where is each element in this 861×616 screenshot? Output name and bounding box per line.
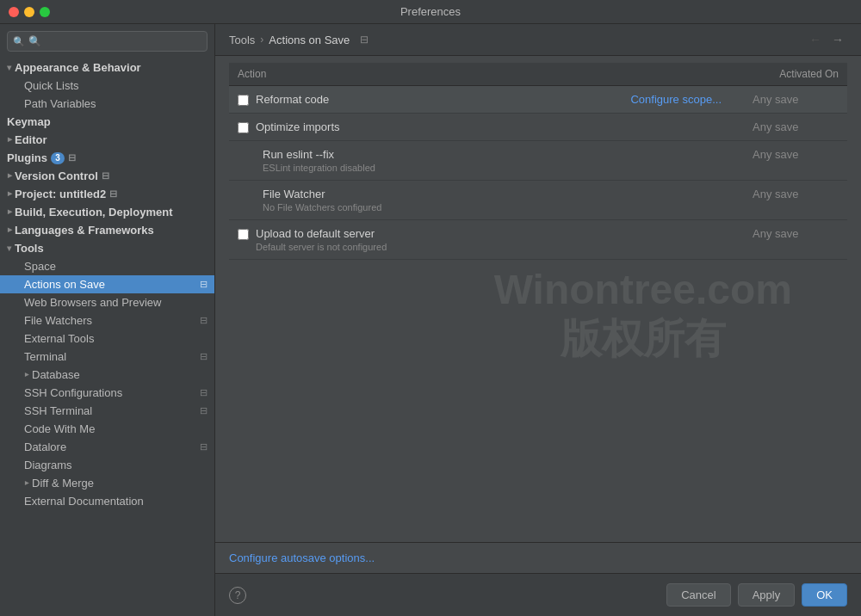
col-activated: Activated On xyxy=(744,63,847,86)
apply-button[interactable]: Apply xyxy=(738,583,796,607)
sidebar-item-label: Editor xyxy=(15,133,47,146)
sidebar-item-label: Code With Me xyxy=(24,422,95,435)
nav-forward-button[interactable]: → xyxy=(828,31,847,48)
minimize-button[interactable] xyxy=(24,7,34,17)
content-area: Tools › Actions on Save ⊟ ← → Winontree.… xyxy=(215,24,861,616)
breadcrumb-separator: › xyxy=(260,34,263,46)
breadcrumb-parent: Tools xyxy=(229,34,255,46)
ok-button[interactable]: OK xyxy=(802,583,847,607)
eslint-sublabel: ESLint integration disabled xyxy=(263,163,375,173)
sidebar-item-label: Terminal xyxy=(24,350,66,363)
bottom-bar: ? Cancel Apply OK xyxy=(215,573,861,616)
table-row: Optimize imports Any save xyxy=(229,114,847,141)
chevron-icon: ▾ xyxy=(4,174,14,178)
sidebar-item-project[interactable]: ▾ Project: untitled2 ⊟ xyxy=(0,185,214,203)
sidebar-nav: ▾ Appearance & Behavior Quick Lists Path… xyxy=(0,59,214,616)
title-bar: Preferences xyxy=(0,0,861,24)
sidebar-item-keymap[interactable]: Keymap xyxy=(0,113,214,131)
sidebar-item-actions-on-save[interactable]: Actions on Save ⊟ xyxy=(0,275,214,293)
cancel-button[interactable]: Cancel xyxy=(666,583,730,607)
sidebar-item-terminal[interactable]: Terminal ⊟ xyxy=(0,348,214,366)
sidebar-item-path-variables[interactable]: Path Variables xyxy=(0,95,214,113)
sync-icon: ⊟ xyxy=(200,441,208,453)
search-box[interactable]: 🔍 xyxy=(7,31,208,52)
sidebar-item-label: External Documentation xyxy=(24,495,144,508)
sync-icon: ⊟ xyxy=(102,170,109,182)
search-input[interactable] xyxy=(7,31,208,52)
optimize-imports-checkbox[interactable] xyxy=(238,122,249,133)
sidebar-item-label: External Tools xyxy=(24,332,94,345)
chevron-icon: ▾ xyxy=(7,243,11,253)
window-controls[interactable] xyxy=(9,7,50,17)
chevron-icon: ▾ xyxy=(7,63,11,72)
optimize-activated: Any save xyxy=(753,120,798,133)
sidebar-item-label: Diagrams xyxy=(24,459,72,471)
sync-icon: ⊟ xyxy=(109,188,117,200)
sidebar-item-label: Keymap xyxy=(7,115,51,128)
optimize-imports-label: Optimize imports xyxy=(256,120,340,133)
sidebar-item-version-control[interactable]: ▾ Version Control ⊟ xyxy=(0,167,214,185)
reformat-code-label: Reformat code xyxy=(256,93,329,106)
sidebar-item-label: Appearance & Behavior xyxy=(15,61,141,74)
upload-server-label: Upload to default server xyxy=(256,227,387,240)
sidebar-item-label: Web Browsers and Preview xyxy=(24,296,161,309)
sidebar-item-diff-merge[interactable]: ▾ Diff & Merge xyxy=(0,474,214,492)
sidebar-item-space[interactable]: Space xyxy=(0,257,214,275)
upload-activated: Any save xyxy=(753,227,798,240)
sidebar-item-label: Path Variables xyxy=(24,97,96,110)
sidebar-item-database[interactable]: ▾ Database xyxy=(0,366,214,384)
close-button[interactable] xyxy=(9,7,19,17)
sidebar-item-quick-lists[interactable]: Quick Lists xyxy=(0,77,214,95)
eslint-activated: Any save xyxy=(753,148,798,161)
autosave-link[interactable]: Configure autosave options... xyxy=(229,551,375,564)
sidebar-item-code-with-me[interactable]: Code With Me xyxy=(0,420,214,438)
sidebar-item-label: Build, Execution, Deployment xyxy=(15,206,172,219)
reformat-code-checkbox[interactable] xyxy=(238,95,249,106)
sidebar-item-label: Version Control xyxy=(15,169,98,182)
sidebar-item-ssh-configurations[interactable]: SSH Configurations ⊟ xyxy=(0,384,214,402)
chevron-icon: ▾ xyxy=(22,373,31,377)
sidebar-item-languages[interactable]: ▾ Languages & Frameworks xyxy=(0,221,214,239)
actions-table: Action Activated On Reformat code xyxy=(229,63,847,260)
chevron-icon: ▾ xyxy=(4,192,14,196)
sidebar-item-diagrams[interactable]: Diagrams xyxy=(0,456,214,474)
sidebar-item-plugins[interactable]: Plugins 3 ⊟ xyxy=(0,149,214,167)
sidebar-item-label: Space xyxy=(24,260,56,273)
sidebar-item-label: Plugins xyxy=(7,151,47,164)
sidebar-item-web-browsers[interactable]: Web Browsers and Preview xyxy=(0,293,214,311)
settings-icon: ⊟ xyxy=(360,34,369,46)
upload-server-checkbox[interactable] xyxy=(238,229,249,240)
help-button[interactable]: ? xyxy=(229,587,246,604)
sidebar-item-appearance[interactable]: ▾ Appearance & Behavior xyxy=(0,59,214,77)
sync-icon: ⊟ xyxy=(200,279,208,290)
sidebar-item-label: Database xyxy=(32,368,80,381)
maximize-button[interactable] xyxy=(40,7,50,17)
sidebar-item-label: SSH Terminal xyxy=(24,404,92,417)
sync-icon: ⊟ xyxy=(200,387,208,398)
sidebar-item-label: Actions on Save xyxy=(24,278,105,291)
sidebar-item-label: Datalore xyxy=(24,440,66,453)
sync-icon: ⊟ xyxy=(200,351,208,362)
eslint-label: Run eslint --fix xyxy=(263,148,375,161)
sidebar-item-datalore[interactable]: Datalore ⊟ xyxy=(0,438,214,456)
sidebar-item-tools[interactable]: ▾ Tools xyxy=(0,239,214,257)
nav-back-button[interactable]: ← xyxy=(806,31,825,48)
table-row: File Watcher No File Watchers configured… xyxy=(229,181,847,220)
sidebar-item-label: Diff & Merge xyxy=(32,477,94,490)
sidebar-item-build[interactable]: ▾ Build, Execution, Deployment xyxy=(0,203,214,221)
sidebar-item-external-documentation[interactable]: External Documentation xyxy=(0,492,214,510)
sidebar-item-label: SSH Configurations xyxy=(24,386,122,399)
sidebar-item-editor[interactable]: ▾ Editor xyxy=(0,131,214,149)
table-container: Action Activated On Reformat code xyxy=(215,56,861,542)
content-header: Tools › Actions on Save ⊟ ← → xyxy=(215,24,861,56)
sidebar-item-external-tools[interactable]: External Tools xyxy=(0,330,214,348)
chevron-icon: ▾ xyxy=(4,210,14,214)
sync-icon: ⊟ xyxy=(200,315,208,326)
sidebar-item-file-watchers[interactable]: File Watchers ⊟ xyxy=(0,311,214,330)
configure-scope-link[interactable]: Configure scope... xyxy=(630,93,735,106)
sidebar: 🔍 ▾ Appearance & Behavior Quick Lists Pa… xyxy=(0,24,215,616)
sidebar-item-label: Tools xyxy=(15,242,44,255)
search-icon: 🔍 xyxy=(13,36,25,47)
sidebar-item-ssh-terminal[interactable]: SSH Terminal ⊟ xyxy=(0,402,214,420)
table-row: Upload to default server Default server … xyxy=(229,220,847,260)
